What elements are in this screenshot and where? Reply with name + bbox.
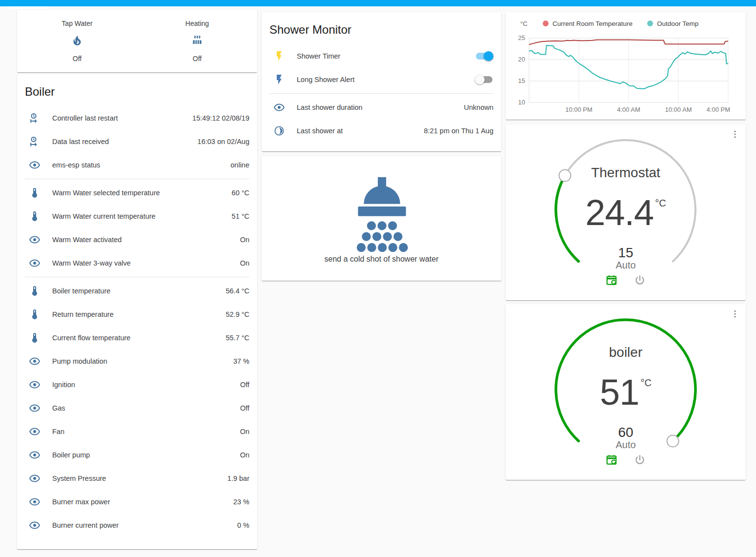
svg-text:4:00 AM: 4:00 AM (617, 106, 640, 113)
entity-name: Controller last restart (52, 114, 192, 122)
glance-item-tap-water[interactable]: Tap WaterOff (17, 20, 137, 62)
entity-name: Warm Water selected temperature (52, 189, 232, 197)
target-temperature-value: 15 (506, 245, 746, 261)
entity-row-current-flow-temperature[interactable]: Current flow temperature55.7 °C (25, 326, 249, 350)
entity-state: online (230, 161, 249, 169)
auto-mode-button[interactable] (605, 274, 618, 287)
entity-state: 23 % (233, 498, 249, 506)
temperature-unit: °C (640, 377, 651, 388)
flash-blue-icon (273, 74, 285, 85)
entity-name: Gas (52, 404, 240, 412)
dial-title: boiler (506, 345, 746, 360)
entity-row-controller-last-restart[interactable]: Controller last restart15:49:12 02/08/19 (25, 106, 249, 130)
eye-icon (29, 159, 41, 171)
glance-item-heating[interactable]: HeatingOff (137, 20, 257, 62)
entity-name: Pump modulation (52, 357, 233, 365)
shower-head-icon (343, 173, 420, 254)
shower-timer-toggle[interactable] (475, 51, 493, 61)
eye-icon (29, 519, 41, 531)
power-off-button[interactable] (633, 274, 646, 287)
entity-row-pump-modulation[interactable]: Pump modulation37 % (25, 350, 249, 373)
auto-mode-button[interactable] (605, 454, 618, 466)
dashboard: Tap WaterOffHeatingOff Boiler Controller… (0, 0, 756, 557)
thermometer-icon (29, 332, 41, 344)
entity-row-long-shower-alert[interactable]: Long Shower Alert (269, 68, 493, 91)
entity-state: 1.9 bar (227, 474, 249, 482)
entity-state: 37 % (233, 357, 249, 365)
entity-name: Ignition (52, 381, 240, 389)
calendar-sync-icon (605, 280, 618, 288)
svg-text:25: 25 (518, 34, 525, 41)
entity-row-last-shower-duration[interactable]: Last shower durationUnknown (269, 96, 493, 119)
power-off-button[interactable] (633, 454, 646, 466)
entity-row-boiler-pump[interactable]: Boiler pumpOn (25, 443, 249, 467)
entity-name: Burner max power (52, 498, 233, 506)
fire-icon (17, 34, 137, 49)
clock-half-icon (273, 125, 285, 137)
entity-row-boiler-temperature[interactable]: Boiler temperature56.4 °C (25, 279, 249, 303)
entity-row-ems-esp-status[interactable]: ems-esp statusonline (25, 153, 249, 177)
cold-shot-label: send a cold shot of shower water (325, 255, 439, 264)
entity-state: On (240, 259, 249, 267)
legend-item: Outdoor Temp (647, 20, 698, 27)
eye-icon (29, 496, 41, 508)
entity-row-system-pressure[interactable]: System Pressure1.9 bar (25, 467, 249, 490)
entity-row-burner-current-power[interactable]: Burner current power0 % (25, 514, 249, 537)
thermometer-icon (29, 187, 41, 199)
entity-state: On (240, 236, 249, 244)
radiator-icon (137, 34, 257, 49)
svg-text:10:00 AM: 10:00 AM (665, 106, 692, 113)
entity-name: Boiler temperature (52, 287, 225, 295)
cold-shot-action-card[interactable]: send a cold shot of shower water (262, 156, 501, 281)
eye-icon (29, 379, 41, 391)
entity-name: Shower Timer (297, 52, 475, 60)
glance-item-label: Heating (137, 20, 257, 27)
entity-row-burner-max-power[interactable]: Burner max power23 % (25, 490, 249, 514)
entity-row-return-temperature[interactable]: Return temperature52.9 °C (25, 303, 249, 326)
card-title-shower-monitor: Shower Monitor (269, 20, 493, 40)
glance-item-state: Off (137, 55, 257, 62)
thermostat-card: Thermostat 24.4°C 15 Auto (506, 124, 746, 300)
entity-row-warm-water-current-temperature[interactable]: Warm Water current temperature51 °C (25, 205, 249, 228)
svg-text:10:00 PM: 10:00 PM (565, 106, 593, 113)
thermometer-icon (29, 210, 41, 222)
entity-row-warm-water-activated[interactable]: Warm Water activatedOn (25, 228, 249, 251)
entity-row-gas[interactable]: GasOff (25, 396, 249, 420)
entity-row-ignition[interactable]: IgnitionOff (25, 373, 249, 396)
temperature-history-chart-card[interactable]: °C Current Room TemperatureOutdoor Temp … (506, 12, 746, 120)
entity-row-fan[interactable]: FanOn (25, 420, 249, 443)
entity-name: ems-esp status (52, 161, 230, 169)
long-shower-alert-toggle[interactable] (475, 75, 493, 84)
legend-dot (543, 21, 549, 26)
current-temperature-value: 51°C (506, 371, 746, 413)
legend-dot (647, 21, 653, 26)
glance-item-state: Off (17, 55, 137, 62)
entity-row-last-shower-at[interactable]: Last shower at8:21 pm on Thu 1 Aug (269, 119, 493, 143)
shower-monitor-card: Shower Monitor Shower TimerLong Shower A… (262, 12, 501, 151)
entity-name: Warm Water activated (52, 236, 240, 244)
glance-card: Tap WaterOffHeatingOff (17, 10, 257, 72)
eye-icon (29, 234, 41, 246)
entity-name: Long Shower Alert (297, 76, 475, 83)
entity-row-data-last-received[interactable]: Data last received16:03 on 02/Aug (25, 130, 249, 153)
svg-text:20: 20 (518, 56, 525, 63)
svg-text:15: 15 (518, 77, 525, 84)
app-header-bar (0, 0, 756, 6)
divider (269, 93, 493, 94)
entity-row-warm-water-3-way-valve[interactable]: Warm Water 3-way valveOn (25, 251, 249, 275)
active-tab-indicator[interactable] (9, 6, 49, 9)
entity-name: Burner current power (52, 521, 237, 529)
chart-legend: °C Current Room TemperatureOutdoor Temp (508, 17, 744, 30)
legend-item: Current Room Temperature (543, 20, 633, 27)
entity-name: Return temperature (52, 310, 225, 318)
target-temperature-value: 60 (506, 425, 746, 440)
thermometer-icon (29, 285, 41, 297)
entity-row-warm-water-selected-temperature[interactable]: Warm Water selected temperature60 °C (25, 181, 249, 205)
entity-name: Data last received (52, 138, 198, 145)
entity-state: 8:21 pm on Thu 1 Aug (424, 127, 493, 135)
entity-row-shower-timer[interactable]: Shower Timer (269, 44, 493, 68)
current-temperature-value: 24.4°C (506, 192, 746, 233)
card-title-boiler: Boiler (25, 82, 249, 102)
eye-icon (273, 102, 285, 113)
entity-state: 52.9 °C (225, 310, 249, 318)
